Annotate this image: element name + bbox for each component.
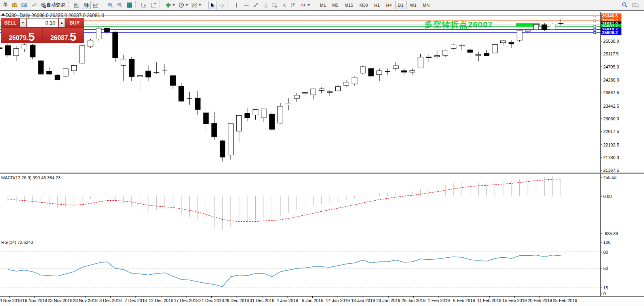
timeframe-button-m1[interactable]: M1 — [317, 1, 329, 9]
buy-price[interactable]: 26087.5 — [43, 28, 84, 43]
svg-text:A: A — [283, 2, 286, 8]
toolbar-separator — [102, 1, 104, 9]
fibonacci-icon[interactable]: F — [270, 1, 279, 9]
equidistant-channel-icon[interactable]: E — [261, 1, 270, 9]
timeframe-button-m5[interactable]: M5 — [329, 1, 341, 9]
candlestick-chart-icon[interactable] — [82, 1, 91, 9]
svg-text:T: T — [293, 4, 295, 7]
main-toolbar: 单 自动交易 — [0, 0, 644, 10]
cursor-icon[interactable] — [208, 1, 217, 9]
toolbar-separator — [135, 1, 138, 9]
text-icon[interactable]: A — [280, 1, 289, 9]
buy-price-big-digit: 5 — [70, 32, 76, 42]
toolbar-separator — [68, 1, 71, 9]
auto-trading-label: 自动交易 — [46, 2, 65, 8]
lot-decrease-button[interactable]: ▼ — [20, 18, 26, 27]
toolbar-separator — [228, 1, 231, 9]
arrows-button[interactable] — [299, 1, 311, 9]
toolbar-separator — [313, 1, 315, 9]
timeframe-button-d1[interactable]: D1 — [395, 1, 407, 9]
zoom-in-icon[interactable] — [106, 1, 115, 9]
timeframe-group: M1M5M15M30H1H4D1W1MN — [317, 1, 433, 9]
sell-price-big-digit: 5 — [28, 32, 35, 42]
lot-increase-button[interactable]: ▲ — [59, 18, 65, 27]
new-order-label: 单 — [3, 2, 8, 8]
lot-size-input[interactable]: 0.10 — [27, 18, 58, 27]
timeframe-button-mn[interactable]: MN — [420, 1, 432, 9]
timeframe-label: M15 — [343, 3, 355, 8]
crosshair-icon[interactable] — [218, 1, 226, 9]
market-watch-icon[interactable] — [20, 1, 28, 9]
indicators-dropdown-caret[interactable] — [173, 4, 175, 6]
buy-button[interactable]: BUY — [65, 18, 84, 27]
one-click-trade-panel: SELL ▼ 0.10 ▲ BUY 26079.5 26087.5 — [1, 18, 84, 43]
periods-button[interactable] — [177, 1, 189, 9]
bar-chart-icon[interactable] — [72, 1, 81, 9]
vertical-line-icon[interactable] — [232, 1, 241, 9]
sell-price[interactable]: 26079.5 — [1, 28, 42, 43]
timeframe-button-m30[interactable]: M30 — [357, 1, 370, 9]
arrows-dropdown-caret[interactable] — [308, 4, 310, 6]
timeframe-label: M1 — [318, 3, 327, 8]
timeframe-label: M30 — [358, 3, 369, 8]
sell-button[interactable]: SELL — [1, 18, 19, 27]
toolbar-separator — [204, 1, 207, 9]
chart-shift-icon[interactable] — [149, 1, 158, 9]
periods-dropdown-caret[interactable] — [186, 4, 188, 6]
timeframe-label: MN — [421, 3, 431, 8]
line-chart-icon[interactable] — [91, 1, 100, 9]
tile-windows-icon[interactable] — [125, 1, 134, 9]
search-icon[interactable] — [620, 1, 629, 9]
templates-button[interactable] — [190, 1, 202, 9]
text-label-icon[interactable]: T — [289, 1, 298, 9]
toolbar-separator — [160, 1, 162, 9]
timeframe-label: H1 — [372, 3, 381, 8]
chat-icon[interactable] — [630, 1, 640, 9]
timeframe-button-h4[interactable]: H4 — [383, 1, 394, 9]
auto-trading-button[interactable]: 自动交易 — [39, 1, 66, 9]
buy-price-main: 26087 — [50, 34, 68, 42]
timeframe-button-m15[interactable]: M15 — [342, 1, 356, 9]
templates-dropdown-caret[interactable] — [199, 4, 201, 6]
zoom-out-icon[interactable] — [116, 1, 124, 9]
signal-icon[interactable] — [29, 1, 38, 9]
timeframe-label: D1 — [397, 3, 405, 8]
new-order-button[interactable]: 单 — [1, 1, 9, 9]
svg-text:E: E — [266, 6, 268, 8]
timeframe-label: W1 — [408, 3, 418, 8]
horizontal-line-icon[interactable] — [242, 1, 251, 9]
timeframe-button-w1[interactable]: W1 — [407, 1, 420, 9]
trendline-icon[interactable] — [251, 1, 260, 9]
history-book-icon[interactable] — [10, 1, 19, 9]
timeframe-button-h1[interactable]: H1 — [371, 1, 382, 9]
sell-price-main: 26079 — [9, 34, 27, 42]
indicators-button[interactable] — [164, 1, 176, 9]
timeframe-label: H4 — [384, 3, 393, 8]
svg-text:F: F — [275, 6, 277, 8]
auto-scroll-icon[interactable] — [140, 1, 148, 9]
chart-window — [0, 10, 644, 306]
timeframe-label: M5 — [331, 3, 340, 8]
